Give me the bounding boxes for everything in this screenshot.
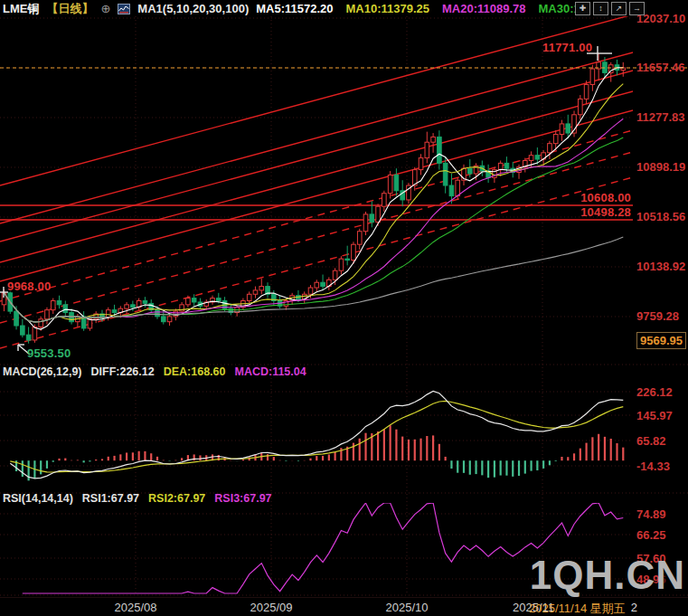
high-price-annotation: 11771.00 [542, 41, 592, 54]
chart-app: 12037.1011657.4611277.8310898.1910518.56… [0, 0, 688, 616]
month-label: 2025/10 [386, 601, 429, 614]
macd-legend[interactable]: MACD(26,12,9) [3, 365, 82, 378]
left-high-annotation: 9968.00 [7, 280, 51, 293]
x-axis-suffix: 2 [631, 601, 637, 616]
macd-diff-value: DIFF:226.12 [91, 365, 155, 378]
time-axis[interactable]: 2025/08 2025/09 2025/10 2025/11 2025/11/… [0, 597, 688, 616]
rsi-panel-header: RSI(14,14,14) RSI1:67.97 RSI2:67.97 RSI3… [3, 492, 272, 505]
gridlines [0, 16, 688, 595]
pan-right-icon[interactable]: → [629, 2, 645, 15]
rsi1-value: RSI1:67.97 [82, 492, 139, 505]
mini-chart-icon[interactable] [118, 4, 130, 14]
ma-lines [5, 68, 624, 329]
macd-panel-header: MACD(26,12,9) DIFF:226.12 DEA:168.60 MAC… [3, 365, 306, 378]
macd-dea-value: DEA:168.60 [164, 365, 226, 378]
ma-values: MA5:11572.20MA10:11379.25MA20:11089.78MA… [256, 2, 580, 15]
rsi-legend[interactable]: RSI(14,14,14) [3, 492, 73, 505]
price-axis-label: 11277.83 [636, 110, 685, 124]
add-icon[interactable]: ⊕ [100, 3, 110, 14]
ma-value: MA10:11379.25 [346, 2, 430, 15]
watermark: 1QH.CN [530, 553, 685, 598]
rsi-axis-label: 74.89 [636, 507, 666, 521]
highlight-date: 2025/11/14 星期五 [529, 601, 626, 616]
ma-line-ma5 [5, 68, 624, 329]
rsi-axis-label: 66.25 [636, 528, 666, 542]
left-low-annotation: 9553.50 [27, 346, 71, 360]
y-axis-scale-icon[interactable]: ↕ [593, 2, 608, 15]
price-axis-label: 10138.92 [636, 260, 685, 273]
month-label: 2025/09 [250, 601, 293, 614]
price-axis-label: 11657.46 [636, 61, 685, 74]
chart-canvas[interactable]: 12037.1011657.4611277.8310898.1910518.56… [0, 0, 688, 616]
macd-axis-label: -14.33 [636, 460, 670, 473]
ma-settings-label[interactable]: MA1(5,10,20,30,100) [137, 2, 249, 15]
rsi3-value: RSI3:67.97 [214, 492, 271, 505]
chart-header: LME铜 【日线】 ⊕ MA1(5,10,20,30,100) MA5:1157… [3, 1, 580, 16]
macd-macd-value: MACD:115.04 [235, 365, 306, 378]
symbol-name: LME铜 [3, 1, 39, 17]
support-line-label-2: 10498.28 [580, 205, 631, 219]
current-date-label: 2025/11/14 星期五 2 [529, 601, 637, 616]
period-tag[interactable]: 【日线】 [46, 1, 93, 17]
ma-value: MA30:1 [539, 2, 580, 15]
ma-value: MA20:11089.78 [442, 2, 526, 15]
chart-toolbar: ✚↕↗→ [575, 2, 645, 15]
month-label: 2025/08 [115, 601, 157, 614]
price-axis-label: 10898.19 [636, 160, 685, 174]
macd-axis-label: 226.12 [636, 385, 673, 399]
axis-labels: 12037.1011657.4611277.8310898.1910518.56… [636, 12, 685, 586]
axis-min-boxed-label: 9569.95 [636, 332, 686, 349]
price-axis-label: 10518.56 [636, 210, 685, 223]
macd-histogram [16, 425, 623, 480]
rsi2-value: RSI2:67.97 [148, 492, 205, 505]
ma-value: MA5:11572.20 [256, 2, 333, 15]
support-line-label-1: 10608.00 [580, 191, 631, 204]
ma-line-ma100 [5, 237, 624, 322]
support-lines [0, 205, 633, 220]
price-axis-label: 9759.28 [636, 309, 679, 323]
macd-axis-label: 145.97 [636, 409, 673, 422]
move-crosshair-icon[interactable]: ✚ [575, 2, 590, 15]
macd-axis-label: 65.82 [636, 434, 666, 448]
x-axis-scale-icon[interactable]: ↗ [611, 2, 627, 15]
